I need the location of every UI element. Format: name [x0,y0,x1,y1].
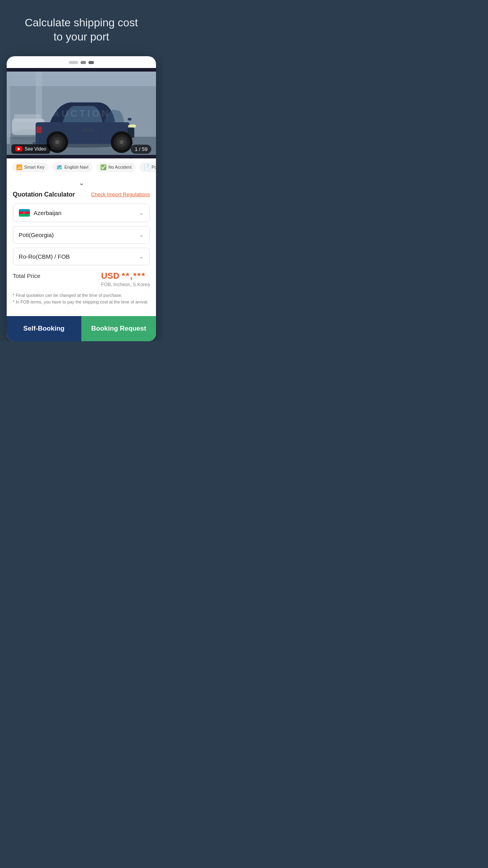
feature-smart-key-label: Smart Key [24,165,44,169]
carousel-dot-active2 [88,61,94,64]
page-wrapper: Calculate shipping cost to your port [0,0,163,341]
self-booking-button[interactable]: Self-Booking [7,316,81,341]
shipping-type-value: Ro-Ro(CBM) / FOB [19,253,70,260]
shipping-type-chevron-icon: ⌄ [139,253,144,259]
image-counter: 1 / 59 [131,145,152,154]
shipping-type-dropdown-content: Ro-Ro(CBM) / FOB [19,253,70,260]
svg-rect-4 [7,72,10,144]
total-price-section: Total Price USD **,*** FOB, Incheon, S.K… [13,271,150,287]
youtube-icon [15,146,22,151]
disclaimer-line2: * In FOB terms, you have to pay the ship… [13,299,150,306]
page-title: Calculate shipping cost to your port [25,16,138,44]
expand-button[interactable]: ⌄ [7,176,156,191]
booking-request-button[interactable]: Booking Request [81,316,156,341]
total-price-label: Total Price [13,271,40,279]
feature-no-accident: ✅ No Accident [96,162,136,172]
svg-rect-7 [14,114,41,121]
see-video-button[interactable]: See Video [11,144,50,154]
price-display: USD **,*** [101,271,150,281]
price-right: USD **,*** FOB, Incheon, S.Korea [101,271,150,287]
youtube-play-icon [18,147,20,151]
price-sublabel: FOB, Incheon, S.Korea [101,282,150,287]
quotation-section: Quotation Calculator Check Import Regula… [7,191,156,316]
header-section: Calculate shipping cost to your port [17,0,146,56]
feature-smart-key: 📶 Smart Key [12,162,48,172]
price-masked-amount: **,*** [122,271,146,281]
country-dropdown-content: ☪ Azerbaijan [19,209,62,217]
port-dropdown-content: Poti(Georgia) [19,232,54,238]
check-import-link[interactable]: Check Import Regulations [91,191,150,197]
svg-rect-26 [128,118,131,120]
flag-red-stripe: ☪ [19,211,30,214]
svg-rect-14 [36,127,42,133]
svg-rect-12 [131,129,132,136]
svg-text:☪: ☪ [23,212,25,214]
disclaimer-line1: * Final quotation can be changed at the … [13,292,150,299]
country-value: Azerbaijan [34,210,62,216]
svg-point-22 [55,140,59,144]
carousel-dots [7,56,156,68]
feature-polic-label: Polic... [152,165,156,169]
port-dropdown[interactable]: Poti(Georgia) ⌄ [13,226,150,244]
svg-text:AUCTION: AUCTION [52,108,110,119]
bottom-buttons: Self-Booking Booking Request [7,316,156,341]
port-chevron-icon: ⌄ [139,232,144,238]
features-bar: 📶 Smart Key 🗺️ English Navi ✅ No Acciden… [7,158,156,176]
flag-green-stripe [19,214,30,216]
see-video-label: See Video [25,146,46,152]
azerbaijan-flag-icon: ☪ [19,209,30,217]
feature-polic: 📄 Polic... [139,162,156,172]
usd-currency-label: USD [101,271,119,281]
feature-english-navi-label: English Navi [64,165,88,169]
feature-no-accident-label: No Accident [108,165,132,169]
carousel-dot-active1 [81,61,86,64]
flag-crescent-star: ☪ [19,211,30,214]
chevron-down-icon: ⌄ [79,179,84,187]
disclaimer-text: * Final quotation can be changed at the … [13,292,150,306]
main-card: AUCTION See Video 1 / 59 📶 Smart Key 🗺️ … [7,56,156,341]
port-value: Poti(Georgia) [19,232,54,238]
svg-rect-13 [133,129,134,136]
svg-rect-23 [83,128,94,131]
quotation-title: Quotation Calculator [13,191,75,198]
shipping-type-dropdown[interactable]: Ro-Ro(CBM) / FOB ⌄ [13,248,150,265]
svg-rect-1 [7,72,156,86]
car-image-container: AUCTION See Video 1 / 59 [7,68,156,158]
country-chevron-icon: ⌄ [139,210,144,216]
country-dropdown[interactable]: ☪ Azerbaijan ⌄ [13,204,150,222]
carousel-dot-inactive [69,61,78,64]
quotation-header: Quotation Calculator Check Import Regula… [13,191,150,198]
feature-english-navi: 🗺️ English Navi [52,162,92,172]
svg-point-18 [119,140,124,144]
